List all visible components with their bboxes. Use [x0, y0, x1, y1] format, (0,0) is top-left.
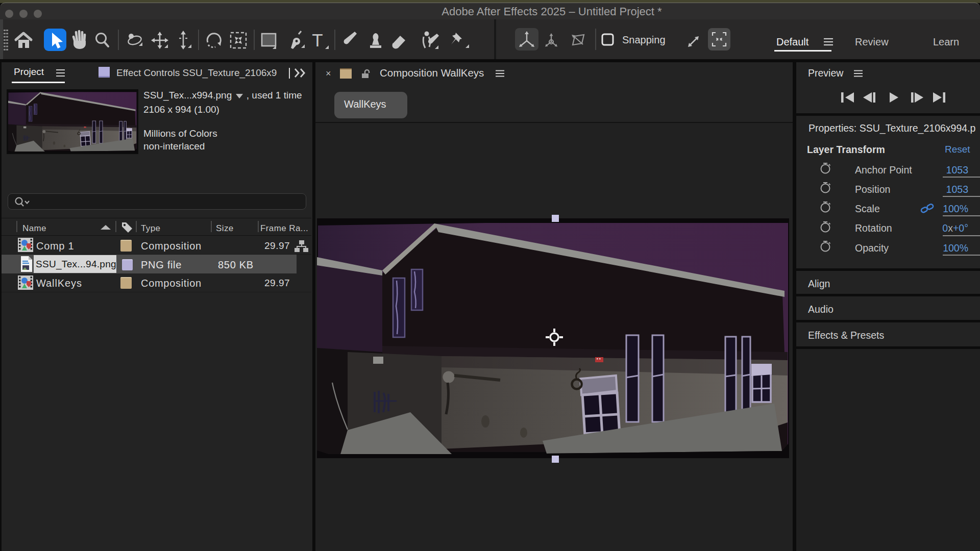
svg-text:Snapping: Snapping	[622, 34, 666, 45]
svg-text:Learn: Learn	[933, 36, 959, 47]
svg-text:T: T	[312, 30, 323, 50]
svg-text:Default: Default	[776, 36, 809, 47]
svg-text:Review: Review	[855, 36, 889, 47]
